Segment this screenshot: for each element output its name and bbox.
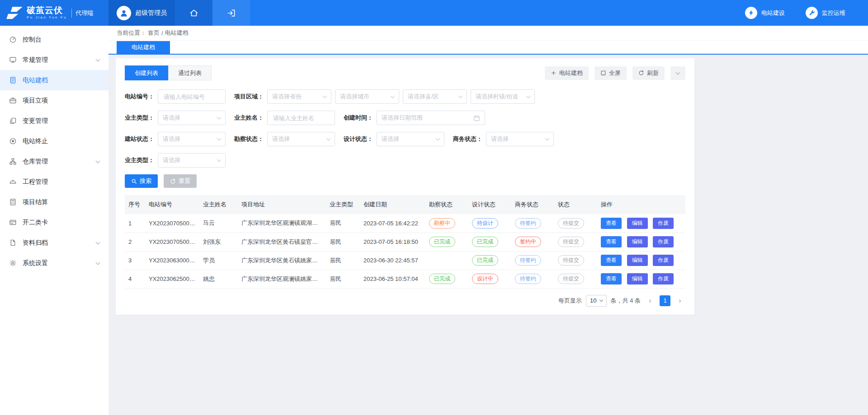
home-button[interactable] (175, 0, 212, 26)
sidebar-item-data-archive[interactable]: 资料归档 (0, 233, 108, 253)
wrench-icon (808, 9, 815, 16)
sidebar-item-class2-card[interactable]: 开二类卡 (0, 212, 108, 233)
sidebar-item-console[interactable]: 控制台 (0, 29, 108, 50)
reset-button[interactable]: 重置 (164, 174, 197, 188)
county-select[interactable]: 请选择县/区 (403, 89, 467, 104)
survey-status-select[interactable]: 请选择 (267, 132, 335, 146)
chevron-down-icon (526, 94, 531, 98)
sidebar-item-station-terminate[interactable]: 电站终止 (0, 131, 108, 151)
station-code-input[interactable] (163, 93, 221, 101)
user-menu[interactable]: 超级管理员 (108, 0, 175, 26)
owner-type-select[interactable]: 请选择 (158, 111, 226, 125)
view-button[interactable]: 查看 (601, 236, 622, 247)
sidebar-item-station-archive[interactable]: 电站建档 (0, 70, 108, 90)
chevron-down-icon (326, 136, 331, 141)
void-button[interactable]: 作废 (653, 236, 674, 247)
design-status-badge: 已完成 (472, 237, 498, 247)
station-code-input-wrap (158, 89, 226, 104)
fullscreen-button[interactable]: 全屏 (594, 66, 627, 80)
chevron-down-icon (323, 94, 327, 98)
void-button[interactable]: 作废 (653, 273, 674, 284)
card-icon (9, 219, 17, 226)
business-status-select[interactable]: 请选择 (486, 132, 554, 146)
calculator-icon (9, 198, 17, 206)
app-header: 破茧云伏 Po Jian Yun Fu 代理端 超级管理员 (0, 0, 868, 26)
copy-icon (9, 117, 17, 125)
business-status-badge: 签约中 (515, 237, 541, 247)
town-select[interactable]: 请选择村镇/街道 (471, 89, 535, 104)
next-page-button[interactable]: › (675, 295, 685, 306)
status-badge: 待提交 (558, 218, 584, 228)
void-button[interactable]: 作废 (653, 218, 674, 229)
sidebar-item-system-settings[interactable]: 系统设置 (0, 253, 108, 273)
design-status-badge: 待设计 (472, 218, 498, 228)
collapse-button[interactable] (670, 66, 685, 80)
search-button[interactable]: 搜索 (125, 174, 158, 188)
business-status-badge: 待签约 (515, 274, 541, 284)
edit-button[interactable]: 编辑 (627, 273, 648, 284)
dashboard-icon (9, 36, 17, 43)
void-button[interactable]: 作废 (653, 255, 674, 266)
sidebar-item-warehouse-mgmt[interactable]: 仓库管理 (0, 151, 108, 172)
briefcase-icon (9, 97, 17, 104)
date-range-picker[interactable]: 请选择日期范围 (377, 111, 485, 125)
sidebar-item-general-mgmt[interactable]: 常规管理 (0, 50, 108, 70)
status-badge: 待提交 (558, 237, 584, 247)
nav-station-build[interactable]: 电站建设 (745, 7, 785, 19)
gear-icon (9, 259, 17, 267)
table-row: 2 YX2023070500010 刘强东 广东深圳龙华区黄石镇皇官大… 居民 … (125, 233, 685, 251)
brand-logo: 破茧云伏 Po Jian Yun Fu 代理端 (0, 0, 108, 26)
status-badge: 待提交 (558, 255, 584, 266)
home-icon (189, 9, 198, 18)
sidebar-item-project-initiation[interactable]: 项目立项 (0, 90, 108, 111)
sidebar-item-change-mgmt[interactable]: 变更管理 (0, 111, 108, 131)
survey-status-badge: 已完成 (429, 274, 455, 284)
toolbar-actions: 电站建档 全屏 刷新 (545, 66, 685, 80)
page-tab-station-archive[interactable]: 电站建档 (117, 41, 170, 54)
page-tab-strip: 电站建档 (108, 41, 868, 55)
edit-button[interactable]: 编辑 (627, 255, 648, 266)
prev-page-button[interactable]: ‹ (645, 295, 656, 306)
sidebar-item-engineering-mgmt[interactable]: 工程管理 (0, 172, 108, 192)
filter-form: 电站编号： 项目区域： 请选择省份 请选择城市 请选择县/区 请选择村镇/街道 … (125, 89, 685, 188)
stop-icon (9, 137, 17, 145)
breadcrumb-home-link[interactable]: 首页 (148, 29, 160, 37)
warehouse-icon (9, 158, 17, 165)
view-button[interactable]: 查看 (601, 218, 622, 229)
calendar-icon (473, 115, 480, 121)
edit-button[interactable]: 编辑 (627, 236, 648, 247)
user-icon (119, 9, 128, 18)
pagination: 每页显示 10 条，共 4 条 ‹ 1 › (125, 295, 685, 307)
logout-button[interactable] (212, 0, 250, 26)
page-number-1[interactable]: 1 (660, 295, 670, 306)
brand-divider (71, 9, 72, 18)
per-page-select[interactable]: 10 (586, 295, 606, 307)
table-row: 3 YX2023063000009 学员 广东深圳龙华区黄石镇姚家庄… 居民 2… (125, 251, 685, 270)
create-station-button[interactable]: 电站建档 (545, 66, 589, 80)
helmet-icon (9, 178, 17, 186)
build-status-select[interactable]: 请选择 (158, 132, 226, 146)
design-status-select[interactable]: 请选择 (377, 132, 444, 146)
header-quick-links: 电站建设 监控运维 (745, 0, 868, 26)
logout-icon (227, 9, 236, 18)
province-select[interactable]: 请选择省份 (267, 89, 331, 104)
design-status-badge: 设计中 (472, 274, 498, 284)
table-header-row: 序号 电站编号 业主姓名 项目地址 业主类型 创建日期 勘察状态 设计状态 商务… (125, 195, 685, 214)
edit-button[interactable]: 编辑 (627, 218, 648, 229)
city-select[interactable]: 请选择城市 (335, 89, 399, 104)
document-icon (9, 76, 17, 84)
nav-monitor-ops[interactable]: 监控运维 (806, 7, 845, 19)
sidebar-item-project-settlement[interactable]: 项目结算 (0, 192, 108, 212)
tab-create-list[interactable]: 创建列表 (125, 65, 168, 80)
logo-icon (6, 7, 23, 19)
chevron-down-icon (96, 57, 100, 61)
survey-status-badge: 勘察中 (429, 218, 455, 228)
owner-name-input[interactable] (272, 114, 330, 122)
owner-type2-select[interactable]: 请选择 (158, 153, 226, 168)
chevron-down-icon (676, 70, 680, 75)
refresh-button[interactable]: 刷新 (632, 66, 665, 80)
view-button[interactable]: 查看 (601, 255, 622, 266)
business-status-badge: 待签约 (515, 255, 541, 266)
tab-passed-list[interactable]: 通过列表 (168, 65, 212, 80)
view-button[interactable]: 查看 (601, 273, 622, 284)
